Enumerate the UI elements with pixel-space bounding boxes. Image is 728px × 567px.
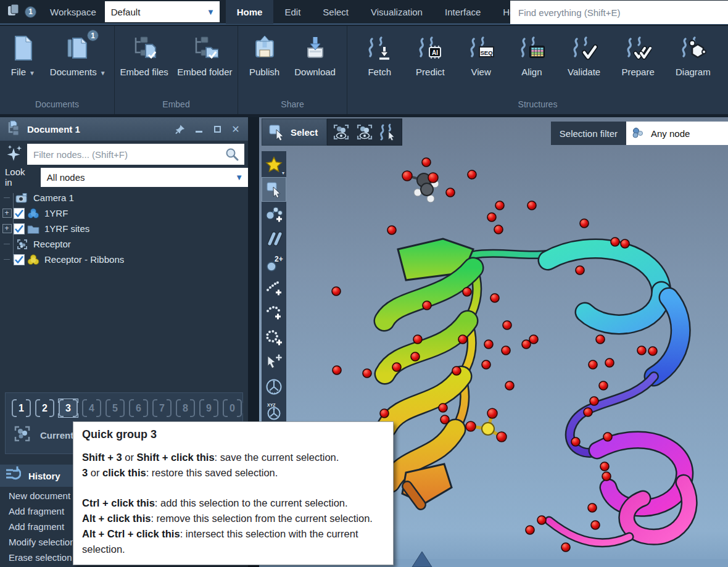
water-molecule[interactable] (411, 352, 420, 361)
charge-2plus-button[interactable]: 2+ (262, 251, 286, 276)
quick-group-3-button[interactable]: 3 (59, 399, 78, 417)
minimize-icon[interactable] (194, 124, 204, 134)
water-molecule[interactable] (503, 321, 511, 329)
expand-icon[interactable]: + (2, 224, 12, 233)
workspace-dropdown[interactable]: Default ▼ (105, 1, 220, 22)
water-molecule[interactable] (648, 347, 657, 355)
move-cursor-button[interactable] (262, 350, 286, 375)
water-molecule[interactable] (392, 363, 401, 371)
quick-group-6-button[interactable]: 6 (129, 399, 148, 417)
menu-tab-select[interactable]: Select (312, 0, 360, 24)
water-molecule[interactable] (502, 346, 510, 355)
fetch-button[interactable]: Fetch (361, 32, 398, 78)
close-icon[interactable]: ✕ (231, 124, 241, 134)
file-button[interactable]: File▼ (4, 32, 41, 78)
current-selection-icon[interactable] (13, 424, 31, 445)
water-molecule[interactable] (637, 346, 646, 355)
sparkle-icon[interactable] (5, 143, 25, 165)
quick-group-1-button[interactable]: 1 (12, 399, 31, 417)
tree-item-camera-1[interactable]: Camera 1 (0, 190, 248, 205)
water-molecule[interactable] (423, 301, 431, 310)
water-molecule[interactable] (363, 369, 371, 378)
prepare-button[interactable]: Prepare (618, 32, 658, 78)
expand-icon[interactable]: + (2, 209, 12, 218)
quick-group-4-button[interactable]: 4 (82, 399, 101, 417)
visibility-checkbox[interactable] (14, 223, 25, 234)
quick-group-7-button[interactable]: 7 (152, 399, 172, 417)
water-molecule[interactable] (600, 462, 609, 471)
watch-selection-alt-button[interactable] (354, 121, 376, 143)
water-molecule[interactable] (529, 335, 538, 344)
water-molecule[interactable] (505, 381, 514, 390)
water-molecule[interactable] (571, 437, 580, 446)
chevron-down-icon[interactable]: ▼ (100, 70, 106, 77)
sulfate-ion[interactable] (466, 408, 507, 442)
visibility-checkbox[interactable] (14, 254, 25, 265)
favorites-star-button[interactable]: ▾ (262, 152, 286, 177)
water-molecule[interactable] (458, 335, 467, 344)
water-molecule[interactable] (526, 526, 534, 534)
water-molecule[interactable] (599, 381, 608, 390)
water-molecule[interactable] (494, 225, 503, 234)
water-molecule[interactable] (332, 287, 341, 296)
documents-button[interactable]: 1Documents▼ (46, 32, 110, 78)
water-molecule[interactable] (588, 503, 597, 512)
rect-select-button[interactable] (262, 177, 286, 202)
water-molecule[interactable] (413, 335, 422, 344)
water-molecule[interactable] (537, 516, 546, 524)
water-molecule[interactable] (439, 404, 447, 412)
ligand-molecule[interactable] (402, 171, 439, 202)
quick-group-5-button[interactable]: 5 (105, 399, 125, 417)
water-molecule[interactable] (490, 294, 499, 302)
tree-item-receptor[interactable]: Receptor (0, 236, 248, 252)
water-molecule[interactable] (463, 288, 471, 296)
chevron-down-icon[interactable]: ▼ (29, 70, 35, 77)
select-tool-button[interactable]: Select (262, 118, 327, 146)
water-molecule[interactable] (596, 335, 605, 344)
water-molecule[interactable] (591, 521, 600, 529)
selection-filter-dropdown[interactable]: Any node (626, 122, 728, 145)
tree-item-1yrf-sites[interactable]: +1YRF sites (0, 221, 248, 236)
water-molecule[interactable] (452, 366, 461, 375)
predict-button[interactable]: AIPredict (412, 32, 449, 78)
quick-group-8-button[interactable]: 8 (176, 399, 195, 417)
water-molecule[interactable] (589, 360, 597, 369)
menu-tab-visualization[interactable]: Visualization (360, 0, 434, 24)
quick-group-2-button[interactable]: 2 (35, 399, 54, 417)
dots-curve-add-button[interactable] (262, 300, 286, 325)
embed-files-button[interactable]: Embed files (116, 32, 172, 78)
water-molecule[interactable] (561, 543, 570, 552)
quick-group-9-button[interactable]: 9 (199, 399, 218, 417)
filter-nodes-input[interactable]: Filter nodes... (Shift+F) (27, 144, 244, 165)
menu-tab-home[interactable]: Home (226, 0, 274, 24)
align-button[interactable]: Align (513, 32, 550, 78)
water-molecule[interactable] (527, 201, 536, 210)
look-in-dropdown[interactable]: All nodes ▼ (41, 168, 248, 187)
tree-item-receptor-ribbons[interactable]: Receptor - Ribbons (0, 252, 248, 267)
water-molecule[interactable] (380, 409, 389, 418)
menu-tab-interface[interactable]: Interface (434, 0, 492, 24)
water-molecule[interactable] (580, 219, 589, 228)
add-atoms-button[interactable] (262, 202, 286, 226)
water-molecule[interactable] (482, 360, 490, 369)
dots-line-add-button[interactable] (262, 276, 286, 300)
water-molecule[interactable] (611, 238, 619, 246)
dots-circle-add-button[interactable] (262, 325, 286, 350)
water-molecule[interactable] (576, 266, 584, 275)
water-molecule[interactable] (333, 366, 341, 375)
water-molecule[interactable] (603, 432, 612, 441)
protein-ribbon[interactable] (384, 239, 689, 543)
search-icon[interactable] (225, 147, 239, 163)
publish-button[interactable]: Publish (246, 32, 283, 78)
water-molecule[interactable] (441, 415, 449, 424)
water-molecule[interactable] (387, 226, 396, 234)
tree-item-1yrf[interactable]: +1YRF (0, 205, 248, 221)
visibility-checkbox[interactable] (14, 208, 25, 219)
water-molecule[interactable] (495, 201, 504, 210)
view-button[interactable]: SEQView (463, 32, 500, 78)
helix-tool-button[interactable] (377, 121, 399, 143)
diagram-button[interactable]: Diagram (672, 32, 714, 78)
watch-selection-button[interactable] (330, 121, 352, 143)
water-molecule[interactable] (590, 397, 598, 405)
quick-group-0-button[interactable]: 0 (223, 399, 242, 417)
